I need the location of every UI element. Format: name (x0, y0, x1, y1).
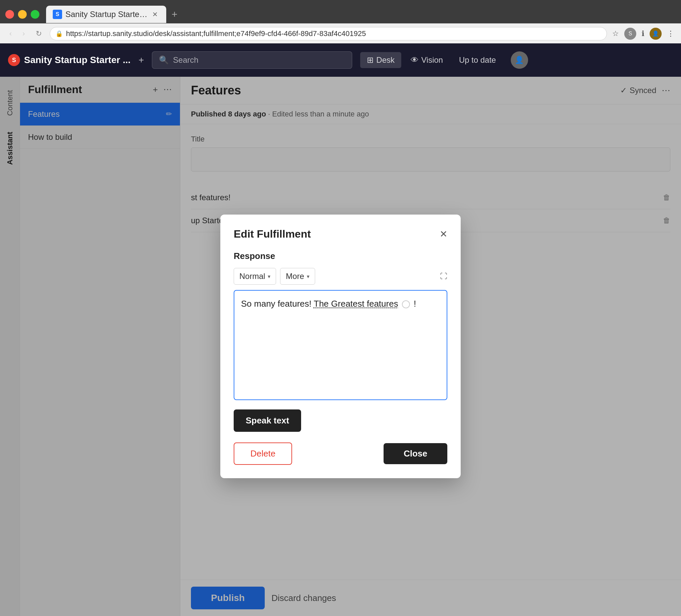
profile-icon: 👤 (652, 30, 659, 37)
edit-fulfillment-modal: Edit Fulfillment ✕ Response Normal ▾ Mor… (220, 214, 461, 478)
main-content: Content Assistant Fulfillment + ⋯ Featur… (0, 77, 681, 616)
browser-chrome: S Sanity Startup Starter Kit – Sa... ✕ +… (0, 0, 681, 43)
textarea-content: So many features! The Greatest features … (241, 297, 440, 310)
menu-icon[interactable]: ⋮ (667, 29, 674, 38)
browser-toolbar: ‹ › ↻ 🔒 https://startup.sanity.studio/de… (0, 23, 681, 43)
browser-tab-bar: S Sanity Startup Starter Kit – Sa... ✕ + (0, 0, 681, 23)
nav-item-vision[interactable]: 👁 Vision (404, 52, 450, 68)
browser-tab-active[interactable]: S Sanity Startup Starter Kit – Sa... ✕ (46, 6, 166, 23)
browser-user-avatar[interactable]: S (624, 28, 636, 40)
traffic-light-green[interactable] (31, 10, 40, 19)
more-label: More (286, 272, 304, 281)
nav-item-desk[interactable]: ⊞ Desk (360, 52, 401, 68)
header-nav: ⊞ Desk 👁 Vision Up to date (360, 52, 502, 68)
address-bar[interactable]: 🔒 https://startup.sanity.studio/desk/ass… (50, 27, 607, 41)
traffic-light-yellow[interactable] (18, 10, 27, 19)
format-normal-label: Normal (239, 272, 265, 281)
back-button[interactable]: ‹ (7, 28, 14, 40)
more-select[interactable]: More ▾ (280, 268, 315, 285)
speak-text-button[interactable]: Speak text (234, 409, 301, 432)
app-title: Sanity Startup Starter ... (24, 55, 130, 66)
avatar-letter: S (629, 31, 632, 37)
header-search[interactable]: 🔍 Search (152, 51, 352, 69)
header-add-button[interactable]: + (138, 55, 144, 66)
user-avatar-icon: 👤 (515, 56, 524, 65)
toolbar-actions: ☆ S ℹ 👤 ⋮ (612, 28, 674, 40)
app-area: S Sanity Startup Starter ... + 🔍 Search … (0, 43, 681, 616)
new-tab-button[interactable]: + (168, 9, 182, 20)
modal-title: Edit Fulfillment (234, 228, 311, 240)
header-user-avatar[interactable]: 👤 (511, 51, 528, 69)
search-icon: 🔍 (159, 55, 169, 65)
expand-button[interactable]: ⛶ (440, 272, 447, 281)
tab-favicon: S (53, 10, 62, 19)
app-logo-area: S Sanity Startup Starter ... (8, 54, 130, 66)
more-chevron-icon: ▾ (307, 273, 309, 280)
info-icon[interactable]: ℹ (641, 29, 644, 38)
modal-toolbar: Normal ▾ More ▾ ⛶ (234, 268, 447, 285)
modal-footer: Delete Close (234, 442, 447, 465)
reload-button[interactable]: ↻ (33, 28, 44, 40)
url-text: https://startup.sanity.studio/desk/assis… (66, 29, 366, 38)
modal-overlay: Edit Fulfillment ✕ Response Normal ▾ Mor… (0, 77, 681, 616)
tab-close-button[interactable]: ✕ (152, 10, 158, 18)
app-header: S Sanity Startup Starter ... + 🔍 Search … (0, 43, 681, 77)
format-chevron-icon: ▾ (268, 273, 270, 280)
modal-close-action-button[interactable]: Close (383, 443, 447, 464)
format-normal-select[interactable]: Normal ▾ (234, 268, 276, 285)
vision-icon: 👁 (411, 55, 419, 65)
nav-up-to-date-label: Up to date (459, 55, 496, 65)
response-textarea[interactable]: So many features! The Greatest features … (234, 290, 447, 400)
nav-desk-label: Desk (376, 55, 395, 65)
traffic-lights (5, 10, 40, 19)
desk-icon: ⊞ (367, 55, 374, 65)
traffic-light-red[interactable] (5, 10, 14, 19)
tab-title: Sanity Startup Starter Kit – Sa... (66, 10, 149, 19)
modal-close-x-button[interactable]: ✕ (440, 229, 447, 239)
textarea-plain-text: So many features! (241, 299, 311, 309)
search-placeholder: Search (173, 55, 198, 65)
star-icon[interactable]: ☆ (612, 29, 619, 38)
nav-vision-label: Vision (421, 55, 443, 65)
textarea-suffix-text: ! (413, 299, 416, 309)
forward-button[interactable]: › (20, 28, 27, 40)
textarea-underline-text: The Greatest features (314, 299, 398, 309)
response-section-label: Response (234, 251, 447, 261)
lock-icon: 🔒 (55, 30, 63, 37)
app-logo: S (8, 54, 20, 66)
modal-header: Edit Fulfillment ✕ (234, 228, 447, 240)
modal-delete-button[interactable]: Delete (234, 442, 292, 465)
loading-spinner-icon (402, 300, 410, 308)
browser-profile-avatar[interactable]: 👤 (650, 28, 662, 40)
nav-item-up-to-date[interactable]: Up to date (452, 52, 503, 68)
